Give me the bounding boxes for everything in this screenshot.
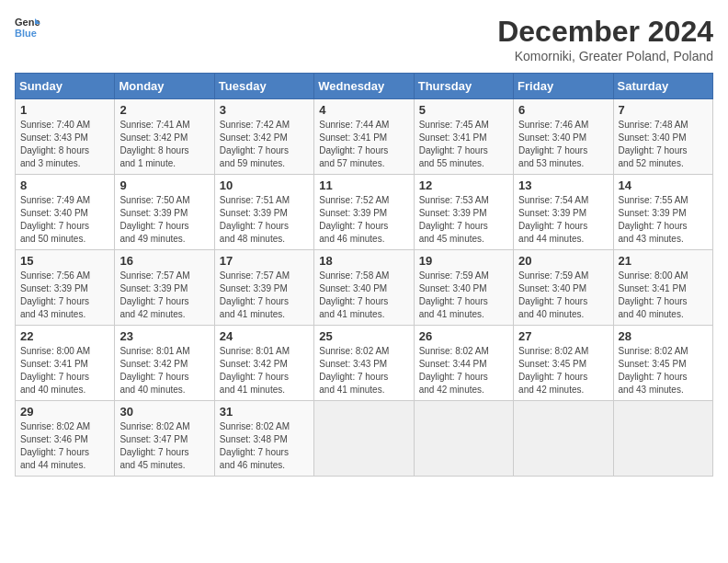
calendar-cell: 7Sunrise: 7:48 AMSunset: 3:40 PMDaylight…: [613, 99, 712, 175]
day-info: Sunrise: 8:02 AMSunset: 3:46 PMDaylight:…: [20, 420, 109, 472]
day-info: Sunrise: 8:02 AMSunset: 3:45 PMDaylight:…: [518, 345, 608, 396]
calendar-week-row: 29Sunrise: 8:02 AMSunset: 3:46 PMDayligh…: [16, 401, 713, 477]
header: General Blue December 2024 Komorniki, Gr…: [15, 15, 713, 63]
calendar-cell: 4Sunrise: 7:44 AMSunset: 3:41 PMDaylight…: [314, 99, 414, 175]
day-number: 27: [518, 329, 608, 343]
day-number: 14: [619, 178, 708, 192]
calendar-cell: 10Sunrise: 7:51 AMSunset: 3:39 PMDayligh…: [214, 175, 313, 250]
day-number: 5: [419, 103, 508, 117]
calendar-week-row: 22Sunrise: 8:00 AMSunset: 3:41 PMDayligh…: [16, 326, 713, 401]
day-number: 20: [518, 254, 608, 268]
calendar-cell: 20Sunrise: 7:59 AMSunset: 3:40 PMDayligh…: [514, 250, 613, 326]
page-title: December 2024: [497, 15, 713, 49]
calendar-cell: 23Sunrise: 8:01 AMSunset: 3:42 PMDayligh…: [115, 326, 214, 401]
logo: General Blue: [15, 15, 40, 40]
calendar-cell: 9Sunrise: 7:50 AMSunset: 3:39 PMDaylight…: [115, 175, 214, 250]
day-number: 9: [119, 178, 209, 192]
day-number: 7: [619, 103, 708, 117]
day-info: Sunrise: 7:59 AMSunset: 3:40 PMDaylight:…: [419, 270, 508, 321]
day-info: Sunrise: 7:57 AMSunset: 3:39 PMDaylight:…: [119, 270, 209, 321]
day-info: Sunrise: 7:50 AMSunset: 3:39 PMDaylight:…: [119, 194, 209, 246]
calendar-cell: 6Sunrise: 7:46 AMSunset: 3:40 PMDaylight…: [514, 99, 613, 175]
day-info: Sunrise: 7:58 AMSunset: 3:40 PMDaylight:…: [319, 270, 408, 321]
day-number: 29: [20, 405, 109, 419]
calendar-cell: 16Sunrise: 7:57 AMSunset: 3:39 PMDayligh…: [115, 250, 214, 326]
day-info: Sunrise: 7:52 AMSunset: 3:39 PMDaylight:…: [319, 194, 408, 246]
day-number: 8: [20, 178, 109, 192]
weekday-header: Saturday: [613, 74, 712, 99]
day-number: 16: [119, 254, 209, 268]
day-info: Sunrise: 8:02 AMSunset: 3:45 PMDaylight:…: [619, 345, 708, 396]
svg-text:Blue: Blue: [15, 28, 37, 39]
logo-icon: General Blue: [15, 15, 40, 40]
day-info: Sunrise: 7:59 AMSunset: 3:40 PMDaylight:…: [518, 270, 608, 321]
weekday-header-row: SundayMondayTuesdayWednesdayThursdayFrid…: [16, 74, 713, 99]
calendar-cell: 14Sunrise: 7:55 AMSunset: 3:39 PMDayligh…: [613, 175, 712, 250]
day-number: 31: [220, 405, 309, 419]
day-info: Sunrise: 7:57 AMSunset: 3:39 PMDaylight:…: [220, 270, 309, 321]
calendar-cell: 8Sunrise: 7:49 AMSunset: 3:40 PMDaylight…: [16, 175, 115, 250]
day-info: Sunrise: 7:49 AMSunset: 3:40 PMDaylight:…: [20, 194, 109, 246]
day-number: 28: [619, 329, 708, 343]
calendar-cell: 11Sunrise: 7:52 AMSunset: 3:39 PMDayligh…: [314, 175, 414, 250]
calendar-cell: 1Sunrise: 7:40 AMSunset: 3:43 PMDaylight…: [16, 99, 115, 175]
page-subtitle: Komorniki, Greater Poland, Poland: [497, 49, 713, 63]
day-number: 17: [220, 254, 309, 268]
weekday-header: Thursday: [414, 74, 513, 99]
calendar-cell: 31Sunrise: 8:02 AMSunset: 3:48 PMDayligh…: [214, 401, 313, 477]
day-info: Sunrise: 7:46 AMSunset: 3:40 PMDaylight:…: [518, 119, 608, 170]
calendar-cell: 26Sunrise: 8:02 AMSunset: 3:44 PMDayligh…: [414, 326, 513, 401]
day-number: 3: [220, 103, 309, 117]
weekday-header: Friday: [514, 74, 613, 99]
day-info: Sunrise: 7:42 AMSunset: 3:42 PMDaylight:…: [220, 119, 309, 170]
calendar-cell: 22Sunrise: 8:00 AMSunset: 3:41 PMDayligh…: [16, 326, 115, 401]
calendar-cell: 27Sunrise: 8:02 AMSunset: 3:45 PMDayligh…: [514, 326, 613, 401]
day-number: 18: [319, 254, 408, 268]
day-number: 25: [319, 329, 408, 343]
day-info: Sunrise: 7:48 AMSunset: 3:40 PMDaylight:…: [619, 119, 708, 170]
day-info: Sunrise: 8:01 AMSunset: 3:42 PMDaylight:…: [119, 345, 209, 396]
day-number: 11: [319, 178, 408, 192]
day-info: Sunrise: 8:02 AMSunset: 3:47 PMDaylight:…: [119, 420, 209, 472]
day-number: 10: [220, 178, 309, 192]
day-number: 30: [119, 405, 209, 419]
day-info: Sunrise: 7:51 AMSunset: 3:39 PMDaylight:…: [220, 194, 309, 246]
calendar-cell: 5Sunrise: 7:45 AMSunset: 3:41 PMDaylight…: [414, 99, 513, 175]
calendar-cell: [414, 401, 513, 477]
day-info: Sunrise: 8:00 AMSunset: 3:41 PMDaylight:…: [619, 270, 708, 321]
day-info: Sunrise: 8:02 AMSunset: 3:48 PMDaylight:…: [220, 420, 309, 472]
day-number: 4: [319, 103, 408, 117]
weekday-header: Wednesday: [314, 74, 414, 99]
weekday-header: Sunday: [16, 74, 115, 99]
day-number: 22: [20, 329, 109, 343]
day-info: Sunrise: 7:45 AMSunset: 3:41 PMDaylight:…: [419, 119, 508, 170]
calendar-cell: 13Sunrise: 7:54 AMSunset: 3:39 PMDayligh…: [514, 175, 613, 250]
day-number: 15: [20, 254, 109, 268]
day-info: Sunrise: 8:02 AMSunset: 3:43 PMDaylight:…: [319, 345, 408, 396]
calendar-cell: [514, 401, 613, 477]
day-info: Sunrise: 7:53 AMSunset: 3:39 PMDaylight:…: [419, 194, 508, 246]
calendar-cell: 29Sunrise: 8:02 AMSunset: 3:46 PMDayligh…: [16, 401, 115, 477]
day-number: 6: [518, 103, 608, 117]
day-info: Sunrise: 7:54 AMSunset: 3:39 PMDaylight:…: [518, 194, 608, 246]
calendar-cell: 2Sunrise: 7:41 AMSunset: 3:42 PMDaylight…: [115, 99, 214, 175]
day-info: Sunrise: 7:40 AMSunset: 3:43 PMDaylight:…: [20, 119, 109, 170]
calendar-week-row: 15Sunrise: 7:56 AMSunset: 3:39 PMDayligh…: [16, 250, 713, 326]
day-info: Sunrise: 8:02 AMSunset: 3:44 PMDaylight:…: [419, 345, 508, 396]
calendar-cell: [314, 401, 414, 477]
calendar-cell: 21Sunrise: 8:00 AMSunset: 3:41 PMDayligh…: [613, 250, 712, 326]
calendar-cell: 18Sunrise: 7:58 AMSunset: 3:40 PMDayligh…: [314, 250, 414, 326]
calendar-cell: 25Sunrise: 8:02 AMSunset: 3:43 PMDayligh…: [314, 326, 414, 401]
day-number: 2: [119, 103, 209, 117]
calendar-cell: 30Sunrise: 8:02 AMSunset: 3:47 PMDayligh…: [115, 401, 214, 477]
day-number: 21: [619, 254, 708, 268]
day-number: 12: [419, 178, 508, 192]
day-number: 1: [20, 103, 109, 117]
calendar-cell: 19Sunrise: 7:59 AMSunset: 3:40 PMDayligh…: [414, 250, 513, 326]
title-area: December 2024 Komorniki, Greater Poland,…: [497, 15, 713, 63]
weekday-header: Tuesday: [214, 74, 313, 99]
calendar-cell: 17Sunrise: 7:57 AMSunset: 3:39 PMDayligh…: [214, 250, 313, 326]
day-info: Sunrise: 8:01 AMSunset: 3:42 PMDaylight:…: [220, 345, 309, 396]
calendar-cell: 15Sunrise: 7:56 AMSunset: 3:39 PMDayligh…: [16, 250, 115, 326]
day-number: 19: [419, 254, 508, 268]
